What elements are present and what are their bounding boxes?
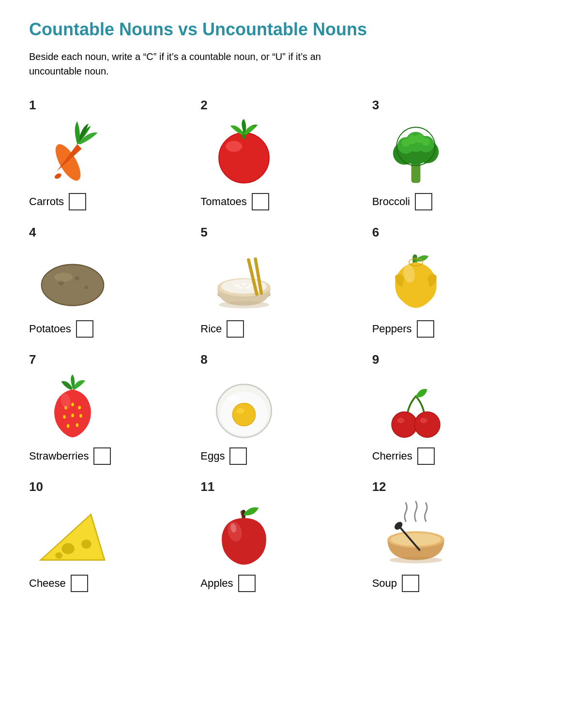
svg-point-30 [249, 284, 253, 286]
item-4-image [29, 243, 116, 315]
item-9-number: 9 [372, 352, 379, 367]
svg-point-43 [71, 414, 74, 417]
item-3-number: 3 [372, 98, 379, 113]
item-2-label: Tomatoes [200, 195, 246, 208]
item-6-label-row: Peppers [372, 320, 434, 338]
item-1-label-row: Carrots [29, 193, 86, 210]
item-6: 6 Peppers [372, 225, 534, 338]
item-1-answer-box[interactable] [69, 193, 86, 210]
item-10: 10 Cheese [29, 479, 191, 592]
instructions-text: Beside each noun, write a “C” if it’s a … [29, 49, 368, 78]
item-6-answer-box[interactable] [417, 320, 434, 338]
item-5-answer-box[interactable] [227, 320, 244, 338]
svg-point-46 [76, 423, 79, 427]
item-9-label: Cherries [372, 450, 412, 462]
item-12-image [372, 497, 459, 570]
item-3-answer-box[interactable] [415, 193, 432, 210]
item-4-answer-box[interactable] [76, 320, 93, 338]
svg-point-31 [238, 287, 243, 289]
item-5-label: Rice [200, 323, 222, 335]
item-11-label: Apples [200, 577, 233, 590]
item-9: 9 Cherries [372, 352, 534, 465]
svg-point-53 [228, 395, 240, 402]
item-9-answer-box[interactable] [417, 447, 435, 465]
item-7-label: Strawberries [29, 450, 89, 462]
item-7-number: 7 [29, 352, 36, 367]
item-12: 12 Soup [372, 479, 534, 592]
item-8-number: 8 [200, 352, 207, 367]
svg-point-33 [219, 301, 269, 308]
item-10-label-row: Cheese [29, 575, 88, 592]
item-3-label: Broccoli [372, 195, 410, 208]
item-12-answer-box[interactable] [402, 575, 419, 592]
item-5: 5 Rice [200, 225, 362, 338]
svg-point-52 [237, 408, 244, 413]
item-11: 11 Apples [200, 479, 362, 592]
svg-point-24 [54, 272, 73, 282]
svg-point-59 [420, 417, 427, 423]
item-9-image [372, 370, 459, 443]
item-1-label: Carrots [29, 195, 64, 208]
item-3-label-row: Broccoli [372, 193, 432, 210]
page-title: Countable Nouns vs Uncountable Nouns [29, 19, 534, 40]
item-5-label-row: Rice [200, 320, 244, 338]
item-8-label-row: Eggs [200, 447, 247, 465]
item-7-label-row: Strawberries [29, 447, 111, 465]
item-7: 7 Strawberri [29, 352, 191, 465]
svg-point-16 [401, 138, 410, 147]
svg-point-40 [71, 402, 74, 406]
svg-point-28 [235, 284, 239, 286]
item-2: 2 Tomatoes [200, 98, 362, 210]
item-4-label: Potatoes [29, 323, 71, 335]
item-10-image [29, 497, 116, 570]
svg-point-23 [85, 285, 89, 289]
item-2-number: 2 [200, 98, 207, 113]
item-3-image [372, 116, 459, 188]
item-2-label-row: Tomatoes [200, 193, 269, 210]
item-4: 4 Potatoes [29, 225, 191, 338]
item-10-answer-box[interactable] [71, 575, 88, 592]
item-1: 1 Carrots [29, 98, 191, 210]
svg-point-17 [422, 137, 430, 146]
item-12-label-row: Soup [372, 575, 419, 592]
item-11-label-row: Apples [200, 575, 255, 592]
item-12-label: Soup [372, 577, 397, 590]
item-11-image [200, 497, 288, 570]
item-4-number: 4 [29, 225, 36, 240]
item-3: 3 Broccoli [372, 98, 534, 210]
item-11-number: 11 [200, 479, 214, 494]
svg-point-22 [75, 276, 79, 280]
item-5-number: 5 [200, 225, 207, 240]
item-9-label-row: Cherries [372, 447, 435, 465]
item-5-image [200, 243, 288, 315]
svg-point-44 [79, 414, 82, 418]
item-8-label: Eggs [200, 450, 225, 462]
item-7-image [29, 370, 116, 443]
item-8-image [200, 370, 288, 443]
svg-point-56 [397, 417, 404, 423]
svg-point-32 [245, 287, 250, 289]
svg-point-74 [389, 557, 442, 563]
item-10-label: Cheese [29, 577, 66, 590]
item-2-answer-box[interactable] [252, 193, 269, 210]
item-4-label-row: Potatoes [29, 320, 93, 338]
item-1-number: 1 [29, 98, 36, 113]
item-1-image [29, 116, 116, 188]
svg-point-29 [242, 283, 246, 285]
items-grid: 1 Carrots 2 [29, 98, 534, 592]
item-2-image [200, 116, 288, 188]
item-8: 8 Eggs [200, 352, 362, 465]
item-7-answer-box[interactable] [93, 447, 111, 465]
item-12-number: 12 [372, 479, 386, 494]
svg-point-2 [54, 172, 62, 180]
svg-point-71 [391, 533, 441, 546]
item-11-answer-box[interactable] [238, 575, 256, 592]
item-6-label: Peppers [372, 323, 412, 335]
item-10-number: 10 [29, 479, 43, 494]
item-6-image [372, 243, 459, 315]
item-6-number: 6 [372, 225, 379, 240]
svg-point-5 [226, 141, 243, 152]
item-8-answer-box[interactable] [229, 447, 247, 465]
